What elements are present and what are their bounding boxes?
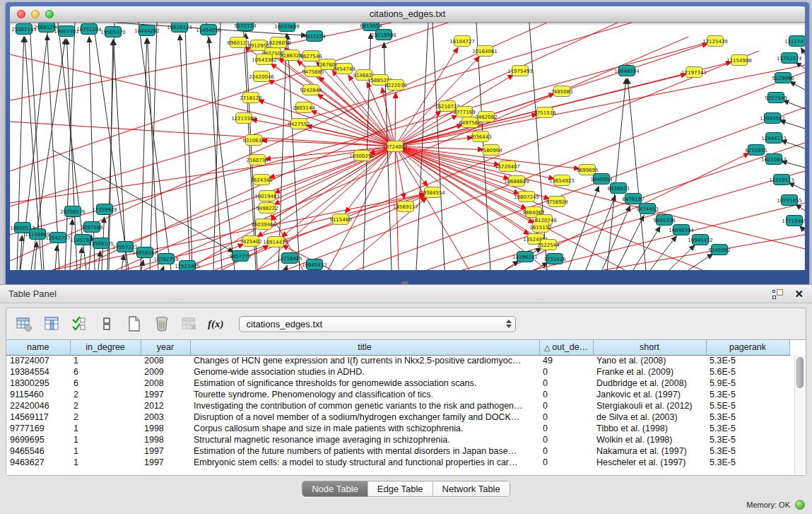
delete-table-icon[interactable] <box>180 315 199 333</box>
graph-node-label: 16019483 <box>254 194 280 199</box>
table-cell: 1 <box>70 445 141 457</box>
column-header-title[interactable]: title <box>190 340 539 355</box>
column-header-pagerank[interactable]: pagerank <box>706 340 789 355</box>
graph-edge[interactable] <box>783 100 805 109</box>
graph-node-label: 16104727 <box>449 39 475 45</box>
close-panel-icon[interactable]: ✕ <box>794 289 804 299</box>
graph-node-label: 8222035 <box>384 83 406 88</box>
graph-edge[interactable] <box>633 226 660 270</box>
graph-edge[interactable] <box>790 81 805 90</box>
graph-edge[interactable] <box>114 40 126 270</box>
graph-node-label: 15494056 <box>196 28 221 33</box>
graph-edge[interactable] <box>270 146 395 220</box>
graph-edge[interactable] <box>789 183 805 190</box>
graph-edge[interactable] <box>416 23 428 270</box>
graph-edge[interactable] <box>288 34 300 270</box>
table-row[interactable]: 911546021997Tourette syndrome. Phenomeno… <box>6 389 789 400</box>
graph-edge[interactable] <box>213 23 220 270</box>
float-panel-icon[interactable] <box>772 289 783 299</box>
graph-edge[interactable] <box>55 245 57 270</box>
graph-edge[interactable] <box>10 146 395 203</box>
zoom-button[interactable] <box>45 10 54 18</box>
table-cell: Tibbo et al. (1998) <box>593 423 706 434</box>
column-header-in_degree[interactable]: in_degree <box>70 340 141 355</box>
column-header-out_de[interactable]: △out_de… <box>539 340 593 355</box>
graph-node-label: 12444133 <box>761 136 787 141</box>
minimize-button[interactable] <box>31 10 40 18</box>
graph-edge[interactable] <box>209 37 222 270</box>
table-cell: 1 <box>70 423 141 434</box>
graph-edge[interactable] <box>70 219 72 270</box>
table-row[interactable]: 969969511998Structural magnetic resonanc… <box>6 434 789 445</box>
graph-edge[interactable] <box>779 120 805 129</box>
graph-edge[interactable] <box>801 48 805 54</box>
graph-edge[interactable] <box>265 146 395 159</box>
close-button[interactable] <box>17 10 25 18</box>
graph-edge[interactable] <box>800 226 805 231</box>
network-view-window[interactable]: citations_edges.txt 18724007896012389129… <box>6 2 809 284</box>
column-header-name[interactable]: name <box>6 340 70 355</box>
table-row[interactable]: 2242004622012Investigating the contribut… <box>6 400 789 411</box>
graph-edge[interactable] <box>258 100 395 146</box>
tab-network-table[interactable]: Network Table <box>433 481 510 496</box>
table-cell: 0 <box>539 434 593 445</box>
graph-node-label: 1840954 <box>590 177 613 182</box>
table-cell: 18724007 <box>6 355 70 366</box>
column-header-short[interactable]: short <box>593 340 706 355</box>
tab-node-table[interactable]: Node Table <box>302 481 368 496</box>
graph-edge[interactable] <box>163 266 164 270</box>
table-cell: Yano et al. (2008) <box>593 355 706 366</box>
graph-node-label: 9777169 <box>453 110 475 115</box>
table-type-tabs: Node TableEdge TableNetwork Table <box>302 481 510 497</box>
graph-edge[interactable] <box>206 23 235 270</box>
table-row[interactable]: 977716911998Corpus callosum shape and si… <box>6 423 789 434</box>
table-row[interactable]: 1830029562008Estimation of significance … <box>6 378 789 389</box>
table-selector-value: citations_edges.txt <box>240 319 502 329</box>
scrollbar-thumb[interactable] <box>796 357 804 388</box>
table-selector-dropdown[interactable]: citations_edges.txt <box>239 316 516 332</box>
graph-node-label: 12093582 <box>760 116 785 122</box>
table-cell: 1 <box>70 434 141 445</box>
graph-edge[interactable] <box>433 23 445 270</box>
select-columns-icon[interactable] <box>70 315 88 333</box>
table-row[interactable]: 1938455462009Genome-wide association stu… <box>6 366 789 378</box>
graph-edge[interactable] <box>796 204 805 211</box>
table-row[interactable]: 946362711997Embryonic stem cells: a mode… <box>6 457 789 468</box>
window-title: citations_edges.txt <box>10 6 805 22</box>
graph-edge[interactable] <box>505 261 519 270</box>
graph-node-label: 9529966 <box>772 76 794 81</box>
graph-edge[interactable] <box>533 203 805 270</box>
tab-edge-table[interactable]: Edge Table <box>368 481 433 496</box>
memory-status-indicator[interactable] <box>795 500 805 510</box>
graph-edge[interactable] <box>311 110 395 146</box>
graph-edge[interactable] <box>607 78 626 270</box>
graph-node-label: 16210643 <box>761 157 787 163</box>
graph-edge[interactable] <box>395 93 396 146</box>
graph-node-label: 10164061 <box>472 49 498 54</box>
graph-edge[interactable] <box>650 236 676 270</box>
delete-rows-icon[interactable] <box>153 315 171 333</box>
graph-node-label: 7857224 <box>303 34 326 40</box>
vertical-scrollbar[interactable] <box>794 356 805 474</box>
table-row[interactable]: 1872400712008Changes of HCN gene express… <box>6 355 789 366</box>
window-titlebar[interactable]: citations_edges.txt <box>10 6 805 23</box>
graph-edge[interactable] <box>688 254 713 270</box>
graph-edge[interactable] <box>122 255 124 270</box>
table-row[interactable]: 946554611997Estimation of the future num… <box>6 445 789 457</box>
function-builder-icon[interactable]: f(x) <box>208 318 224 330</box>
column-header-year[interactable]: year <box>141 340 190 355</box>
graph-edge[interactable] <box>17 37 24 270</box>
graph-node-label: 22420046 <box>249 74 274 80</box>
network-canvas[interactable]: 1872400789601238912955182260589827505105… <box>10 23 805 270</box>
column-edit-icon[interactable] <box>42 315 61 333</box>
graph-edge[interactable] <box>616 216 644 270</box>
graph-edge[interactable] <box>190 194 425 270</box>
new-table-icon[interactable] <box>125 315 143 333</box>
graph-edge[interactable] <box>602 206 630 270</box>
graph-edge[interactable] <box>10 122 395 146</box>
graph-edge[interactable] <box>781 141 805 148</box>
row-height-icon[interactable] <box>98 315 116 333</box>
table-settings-icon[interactable] <box>15 315 33 333</box>
graph-edge[interactable] <box>328 146 395 270</box>
table-row[interactable]: 1456911722003Disruption of a novel membe… <box>6 411 789 423</box>
